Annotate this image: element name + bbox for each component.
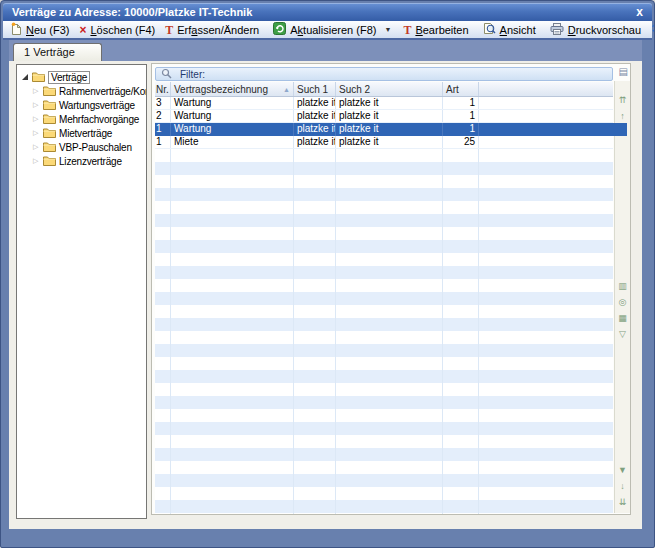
- tree-collapsed-icon[interactable]: ▷: [33, 101, 40, 109]
- empty-row: [155, 227, 613, 240]
- empty-row: [155, 370, 613, 383]
- loeschen-button[interactable]: × Löschen (F4): [74, 22, 160, 37]
- cell-art: 1: [443, 97, 479, 109]
- grid-side-navigator: ⇈↑▲ ▥◎▦▽ ▼↓⇊: [614, 81, 630, 513]
- tab-vertraege[interactable]: 1 Verträge: [13, 43, 102, 62]
- filter-label: Filter:: [180, 69, 205, 80]
- scroll-to-top-icon[interactable]: ⇈: [619, 95, 627, 105]
- cell-such2: platzke it: [336, 110, 443, 122]
- erfassen-label: Erfassen/Ändern: [177, 24, 259, 36]
- column-header-such1[interactable]: Such 1: [294, 82, 336, 96]
- grid-filter-row[interactable]: Filter:: [155, 67, 613, 81]
- aktualisieren-dropdown-arrow-icon[interactable]: ▼: [381, 22, 394, 37]
- empty-row: [155, 344, 613, 357]
- column-header-such2[interactable]: Such 2: [336, 82, 443, 96]
- tree-root-vertraege[interactable]: Verträge: [17, 70, 146, 84]
- column-header-art[interactable]: Art: [443, 82, 479, 96]
- grid-options-icon[interactable]: ▤: [619, 66, 628, 77]
- tree-expanded-icon[interactable]: [22, 74, 28, 80]
- empty-row: [155, 409, 613, 422]
- folder-icon: [43, 127, 56, 140]
- toolbar: Neu (F3) × Löschen (F4) T Erfassen/Änder…: [3, 21, 652, 40]
- table-row[interactable]: 1 Miete platzke it platzke it 25: [155, 136, 613, 149]
- tree-item[interactable]: ▷ Wartungsverträge: [17, 98, 146, 112]
- tree-item[interactable]: ▷ Mehrfachvorgänge: [17, 112, 146, 126]
- tree-collapsed-icon[interactable]: ▷: [33, 129, 40, 137]
- column-header-spacer: [479, 82, 613, 96]
- empty-row: [155, 162, 613, 175]
- app-window: Verträge zu Adresse: 10000/Platzke IT-Te…: [0, 0, 655, 548]
- bearbeiten-button[interactable]: T Bearbeiten: [398, 22, 473, 37]
- empty-row: [155, 422, 613, 435]
- empty-row: [155, 487, 613, 500]
- tree-root-label: Verträge: [48, 71, 90, 84]
- edit-t-icon: T: [403, 24, 411, 36]
- folder-icon: [43, 85, 56, 98]
- druckvorschau-button[interactable]: Druckvorschau: [545, 22, 646, 37]
- empty-row: [155, 357, 613, 370]
- empty-row: [155, 149, 613, 162]
- cell-such2: platzke it: [336, 97, 443, 109]
- contract-type-tree: Verträge ▷ Rahmenverträge/Kontrakte ▷: [16, 64, 147, 519]
- column-header-nr[interactable]: Nr.: [155, 82, 171, 96]
- sort-asc-icon: ▲: [283, 86, 290, 93]
- tree-item-label: Mehrfachvorgänge: [59, 114, 139, 125]
- tree-item-label: VBP-Pauschalen: [59, 142, 132, 153]
- tree-item[interactable]: ▷ VBP-Pauschalen: [17, 140, 146, 154]
- tree-item[interactable]: ▷ Rahmenverträge/Kontrakte: [17, 84, 146, 98]
- empty-row: [155, 383, 613, 396]
- bearbeiten-label: Bearbeiten: [415, 24, 468, 36]
- erfassen-aendern-button[interactable]: T Erfassen/Ändern: [160, 22, 264, 37]
- ansicht-label: Ansicht: [500, 24, 536, 36]
- ansicht-button[interactable]: Ansicht: [478, 22, 541, 37]
- cell-vertragsbezeichnung: Miete: [171, 136, 294, 148]
- tree-collapsed-icon[interactable]: ▷: [33, 157, 40, 165]
- tree-item-label: Lizenzverträge: [59, 156, 122, 167]
- cell-vertragsbezeichnung: Wartung: [171, 110, 294, 122]
- cell-such1: platzke it: [294, 110, 336, 122]
- empty-row: [155, 500, 613, 513]
- edit-t-icon: T: [165, 24, 173, 36]
- scroll-up-icon[interactable]: ↑: [620, 111, 625, 121]
- table-row[interactable]: 2 Wartung platzke it platzke it 1: [155, 110, 613, 123]
- folder-icon: [43, 155, 56, 168]
- loeschen-label: Löschen (F4): [90, 24, 155, 36]
- columns-icon[interactable]: ▥: [618, 281, 627, 291]
- tab-strip: 1 Verträge: [9, 40, 642, 61]
- filter-magnifier-icon: [161, 68, 172, 81]
- grid-view-icon[interactable]: ▦: [618, 313, 627, 323]
- grid-header-row: Nr. Vertragsbezeichnung ▲ Such 1 Such 2 …: [155, 82, 613, 97]
- aktualisieren-label: Aktualisieren (F8): [290, 24, 376, 36]
- tree-children: ▷ Rahmenverträge/Kontrakte ▷ Wartungsver…: [17, 84, 146, 168]
- cell-nr: 3: [155, 97, 171, 109]
- tree-item[interactable]: ▷ Lizenzverträge: [17, 154, 146, 168]
- empty-row: [155, 318, 613, 331]
- table-row[interactable]: 3 Wartung platzke it platzke it 1: [155, 97, 613, 110]
- table-row[interactable]: 1 Wartung platzke it platzke it 1: [155, 123, 627, 136]
- move-down-icon[interactable]: ▼: [618, 465, 627, 475]
- tree-collapsed-icon[interactable]: ▷: [33, 87, 40, 95]
- tree-collapsed-icon[interactable]: ▷: [33, 143, 40, 151]
- beleglauf-button[interactable]: Beleglauf: [646, 22, 655, 37]
- refresh-icon: [273, 22, 286, 37]
- aktualisieren-button[interactable]: Aktualisieren (F8): [268, 22, 381, 37]
- cell-nr: 1: [155, 123, 171, 136]
- filter-funnel-icon[interactable]: ▽: [619, 329, 626, 339]
- empty-row: [155, 292, 613, 305]
- cell-such1: platzke it: [294, 97, 336, 109]
- tree-collapsed-icon[interactable]: ▷: [33, 115, 40, 123]
- scroll-down-icon[interactable]: ↓: [620, 481, 625, 491]
- empty-row: [155, 240, 613, 253]
- empty-row: [155, 474, 613, 487]
- empty-row: [155, 214, 613, 227]
- tree-item[interactable]: ▷ Mietverträge: [17, 126, 146, 140]
- neu-button[interactable]: Neu (F3): [6, 22, 74, 37]
- cell-art: 25: [443, 136, 479, 148]
- scroll-to-bottom-icon[interactable]: ⇊: [619, 497, 627, 507]
- search-icon[interactable]: ◎: [619, 297, 627, 307]
- cell-vertragsbezeichnung: Wartung: [171, 123, 294, 136]
- folder-icon: [43, 99, 56, 112]
- content-area: Verträge ▷ Rahmenverträge/Kontrakte ▷: [9, 61, 642, 529]
- column-header-vertragsbezeichnung[interactable]: Vertragsbezeichnung ▲: [171, 82, 294, 96]
- close-button[interactable]: x: [636, 4, 643, 20]
